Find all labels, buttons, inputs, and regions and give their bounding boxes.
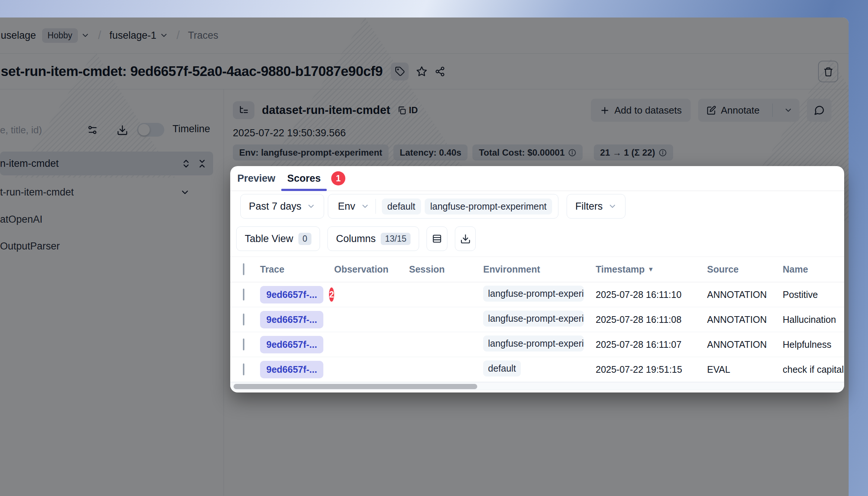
trace-id-link[interactable]: 9ed6657f-... <box>260 336 323 353</box>
horizontal-scrollbar[interactable] <box>230 382 844 390</box>
chevron-down-icon <box>307 202 316 211</box>
column-header-trace[interactable]: Trace <box>260 264 334 275</box>
cell-source: ANNOTATION <box>707 289 783 300</box>
cell-source: ANNOTATION <box>707 339 783 350</box>
row-height-button[interactable] <box>427 226 447 251</box>
cell-timestamp: 2025-07-28 16:11:10 <box>596 289 707 300</box>
row-checkbox[interactable] <box>243 338 244 350</box>
cell-source: ANNOTATION <box>707 314 783 325</box>
tab-scores[interactable]: Scores <box>281 166 327 191</box>
table-view-button[interactable]: Table View 0 <box>236 226 320 251</box>
trace-id-link[interactable]: 9ed6657f-... <box>260 361 323 378</box>
cell-name: Helpfulness <box>783 339 844 350</box>
table-view-count: 0 <box>298 233 311 245</box>
env-filter-label: Env <box>338 201 355 212</box>
row-annotation-badge: 2 <box>329 287 334 302</box>
sort-desc-icon: ▼ <box>648 266 654 273</box>
column-header-session[interactable]: Session <box>409 264 483 275</box>
environment-chip: langfuse-prompt-experim <box>483 286 584 302</box>
table-toolbar: Table View 0 Columns 13/15 <box>230 224 844 257</box>
column-header-environment[interactable]: Environment <box>483 264 596 275</box>
columns-count: 13/15 <box>381 233 411 245</box>
export-button[interactable] <box>455 226 476 251</box>
environment-chip: default <box>483 360 521 376</box>
cell-name: Postitive <box>783 289 844 300</box>
row-checkbox[interactable] <box>243 363 244 375</box>
table-header-row: Trace Observation Session Environment Ti… <box>230 257 844 282</box>
tab-preview[interactable]: Preview <box>231 166 281 191</box>
columns-button[interactable]: Columns 13/15 <box>327 226 419 251</box>
select-all-checkbox[interactable] <box>243 263 244 275</box>
cell-timestamp: 2025-07-28 16:11:08 <box>596 314 707 325</box>
environment-chip: langfuse-prompt-experim <box>483 311 584 327</box>
column-header-name[interactable]: Name <box>783 264 844 275</box>
scrollbar-thumb[interactable] <box>234 384 477 389</box>
env-value-chip: default <box>382 198 421 214</box>
row-checkbox[interactable] <box>243 314 244 325</box>
env-filter[interactable]: Env default langfuse-prompt-experiment <box>328 194 558 219</box>
cell-name: check if capital <box>783 364 844 375</box>
filter-row: Past 7 days Env default langfuse-prompt-… <box>230 191 844 224</box>
row-checkbox[interactable] <box>243 289 244 301</box>
column-header-observation[interactable]: Observation <box>334 264 409 275</box>
trace-id-link[interactable]: 9ed6657f-... <box>260 311 323 328</box>
date-range-select[interactable]: Past 7 days <box>240 194 324 219</box>
cell-source: EVAL <box>707 364 783 375</box>
table-row[interactable]: 9ed6657f-... langfuse-prompt-experim 202… <box>230 307 844 332</box>
table-row[interactable]: 9ed6657f-... langfuse-prompt-experim 202… <box>230 332 844 357</box>
cell-timestamp: 2025-07-22 19:51:15 <box>596 364 707 375</box>
tab-bar: Preview Scores 1 <box>230 166 844 191</box>
trace-id-link[interactable]: 9ed6657f-... <box>260 286 323 303</box>
environment-chip: langfuse-prompt-experim <box>483 336 584 352</box>
divider <box>376 199 376 214</box>
cell-timestamp: 2025-07-28 16:11:07 <box>596 339 707 350</box>
chevron-down-icon <box>608 202 617 211</box>
scores-count-badge: 1 <box>331 171 345 185</box>
table-row[interactable]: 9ed6657f-... default 2025-07-22 19:51:15… <box>230 357 844 382</box>
column-header-timestamp[interactable]: Timestamp ▼ <box>596 264 707 275</box>
scores-panel: Preview Scores 1 Past 7 days Env default… <box>230 166 844 392</box>
env-value-chip: langfuse-prompt-experiment <box>425 198 552 214</box>
download-icon <box>460 233 471 244</box>
column-header-source[interactable]: Source <box>707 264 783 275</box>
rows-icon <box>432 233 442 244</box>
filters-button[interactable]: Filters <box>567 194 625 219</box>
cell-name: Hallucination <box>783 314 844 325</box>
chevron-down-icon <box>361 202 370 211</box>
table-row[interactable]: 9ed6657f-... 2 langfuse-prompt-experim 2… <box>230 282 844 307</box>
